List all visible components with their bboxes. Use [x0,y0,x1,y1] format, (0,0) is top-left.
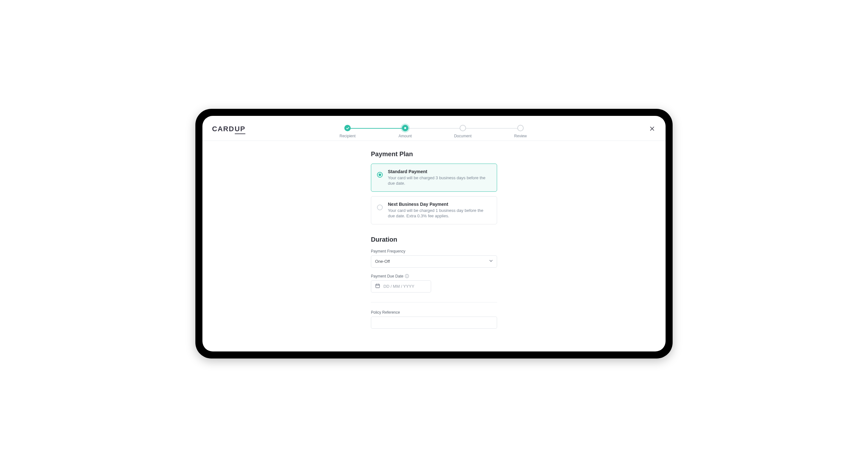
connector-1 [347,128,405,129]
step-amount-circle [402,125,408,131]
step-document-label: Document [454,134,472,138]
payment-frequency-label: Payment Frequency [371,249,497,254]
step-recipient-circle [344,125,351,131]
step-review-label: Review [514,134,527,138]
payment-plan-title: Payment Plan [371,151,497,158]
close-icon [649,126,655,132]
brand-logo: CARDUP [212,125,245,134]
payment-due-date-label: Payment Due Date [371,274,497,278]
close-button[interactable] [648,125,656,133]
step-document-circle [460,125,466,131]
payment-plan-option-standard-text: Standard Payment Your card will be charg… [388,169,491,186]
section-divider [371,302,497,302]
policy-reference-row: Policy Reference [371,310,497,329]
step-review-circle [517,125,524,131]
tooltip-icon[interactable] [405,274,409,278]
calendar-icon [375,283,380,289]
step-recipient-label: Recipient [340,134,355,138]
duration-title: Duration [371,236,497,243]
payment-due-date-placeholder: DD / MM / YYYY [383,284,414,289]
screen: CARDUP Recipient Amount [203,116,665,352]
payment-plan-option-standard[interactable]: Standard Payment Your card will be charg… [371,164,497,192]
step-recipient: Recipient [319,125,376,138]
svg-rect-2 [407,276,407,277]
check-icon [346,127,349,130]
payment-due-date-input[interactable]: DD / MM / YYYY [371,280,431,293]
step-document: Document [434,125,492,138]
svg-rect-3 [376,284,379,288]
connector-3 [463,128,521,129]
policy-reference-input[interactable] [375,317,493,328]
step-amount-label: Amount [398,134,411,138]
option-nextday-title: Next Business Day Payment [388,202,491,207]
payment-due-date-label-text: Payment Due Date [371,274,403,278]
option-standard-desc: Your card will be charged 3 business day… [388,175,491,186]
step-review: Review [492,125,549,138]
payment-plan-option-nextday-text: Next Business Day Payment Your card will… [388,202,491,219]
option-standard-title: Standard Payment [388,169,491,174]
policy-reference-input-wrap [371,316,497,329]
payment-due-date-row: Payment Due Date DD / MM / YYYY [371,274,497,293]
policy-reference-label: Policy Reference [371,310,497,314]
payment-frequency-select[interactable]: One-Off [371,256,497,268]
payment-frequency-value: One-Off [375,259,390,264]
device-frame: CARDUP Recipient Amount [195,109,673,359]
payment-frequency-row: Payment Frequency One-Off [371,249,497,268]
payment-plan-option-nextday[interactable]: Next Business Day Payment Your card will… [371,196,497,224]
connector-2 [405,128,463,129]
topbar: CARDUP Recipient Amount [203,116,665,141]
progress-stepper: Recipient Amount Document Review [319,121,549,138]
content-area: Payment Plan Standard Payment Your card … [203,141,665,352]
form-wrap: Payment Plan Standard Payment Your card … [371,151,497,329]
chevron-down-icon [489,259,493,264]
logo-part2: UP [235,125,246,134]
radio-nextday [377,204,383,210]
radio-standard [377,172,383,178]
option-nextday-desc: Your card will be charged 1 business day… [388,208,491,219]
svg-point-1 [407,275,407,276]
step-amount: Amount [376,125,434,138]
logo-part1: CARD [212,125,235,133]
